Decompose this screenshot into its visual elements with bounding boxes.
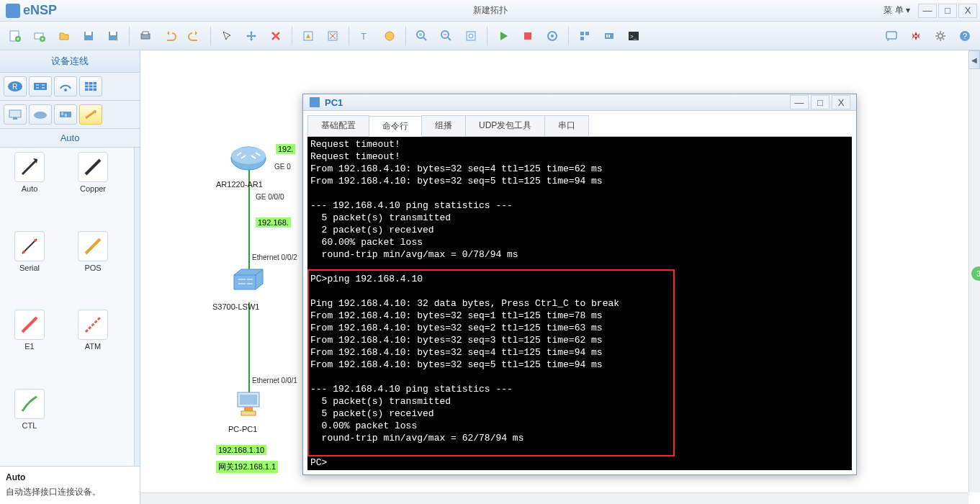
- pc-icon[interactable]: [234, 389, 263, 418]
- maximize-button[interactable]: □: [938, 4, 957, 18]
- svg-rect-37: [85, 82, 96, 91]
- close-button[interactable]: X: [958, 4, 977, 18]
- layout-button[interactable]: [574, 25, 595, 47]
- open-button[interactable]: [53, 25, 75, 47]
- capture-button[interactable]: [541, 25, 563, 47]
- new-device-button[interactable]: [29, 25, 50, 47]
- app-name: eNSP: [23, 3, 57, 18]
- conn-copper[interactable]: Copper: [68, 152, 118, 225]
- text-button[interactable]: T: [354, 25, 376, 47]
- cloud-category[interactable]: [29, 104, 52, 125]
- toolbar-sep: [405, 27, 406, 45]
- window-controls: 菜 单 ▾ — □ X: [877, 2, 977, 19]
- canvas-scroll-h[interactable]: [140, 492, 968, 504]
- desc-title: Auto: [6, 472, 134, 482]
- sidebar: 设备连线 R Auto Auto Copper Serial POS E1 AT…: [0, 50, 140, 504]
- svg-point-45: [231, 147, 266, 164]
- firewall-category[interactable]: [79, 76, 102, 96]
- new-topo-button[interactable]: [4, 25, 26, 47]
- dialog-minimize[interactable]: —: [790, 95, 809, 109]
- zoomin-button[interactable]: [411, 25, 433, 47]
- switch-icon[interactable]: [233, 266, 264, 292]
- collapse-panel-button[interactable]: ◀: [968, 50, 980, 69]
- svg-rect-26: [608, 35, 610, 37]
- window-title: 新建拓扑: [473, 4, 508, 17]
- router-icon[interactable]: [230, 144, 266, 173]
- zoomfit-button[interactable]: [460, 25, 482, 47]
- switch-port-bottom: Ethernet 0/0/1: [252, 377, 297, 384]
- menu-button[interactable]: 菜 单 ▾: [877, 2, 917, 19]
- dialog-tabs: 基础配置 命令行 组播 UDP发包工具 串口: [307, 115, 852, 137]
- switch-category[interactable]: [29, 76, 52, 96]
- dialog-icon: [309, 96, 320, 108]
- help-button[interactable]: ?: [954, 25, 976, 47]
- tab-serial[interactable]: 串口: [544, 115, 589, 136]
- save-button[interactable]: [78, 25, 99, 47]
- app-logo: eNSP: [0, 3, 63, 18]
- saveas-button[interactable]: [102, 25, 124, 47]
- dialog-close[interactable]: X: [832, 95, 850, 109]
- minimize-button[interactable]: —: [918, 4, 937, 18]
- dialog-title: PC1: [325, 97, 343, 108]
- pc-name: PC-PC1: [228, 425, 257, 433]
- device-category-row2: [0, 101, 140, 129]
- conn-pos[interactable]: POS: [68, 231, 118, 305]
- router-port-bottom: GE 0/0/0: [256, 193, 284, 201]
- zoomout-button[interactable]: [436, 25, 457, 47]
- conn-auto[interactable]: Auto: [4, 152, 55, 225]
- conn-atm[interactable]: ATM: [68, 310, 118, 383]
- connection-title: Auto: [0, 129, 140, 148]
- delete-button[interactable]: [265, 25, 287, 47]
- connection-list: Auto Copper Serial POS E1 ATM CTL: [0, 148, 134, 466]
- svg-point-42: [22, 251, 25, 253]
- dialog-titlebar[interactable]: PC1 — □ X: [303, 94, 856, 111]
- huawei-button[interactable]: [905, 25, 927, 47]
- svg-rect-38: [9, 110, 21, 117]
- conn-e1[interactable]: E1: [4, 310, 55, 383]
- pointer-button[interactable]: [216, 25, 238, 47]
- description-box: Auto 自动选择接口连接设备。: [0, 466, 140, 504]
- wlan-category[interactable]: [54, 76, 77, 96]
- redo-button[interactable]: [184, 25, 205, 47]
- start-button[interactable]: [493, 25, 514, 47]
- router-category[interactable]: R: [4, 76, 27, 96]
- link-switch-pc[interactable]: [248, 302, 250, 396]
- palette-button[interactable]: [379, 25, 400, 47]
- tab-multicast[interactable]: 组播: [421, 115, 466, 136]
- conn-serial[interactable]: Serial: [4, 231, 55, 305]
- svg-rect-48: [244, 407, 253, 411]
- message-button[interactable]: [881, 25, 902, 47]
- conn-ctl[interactable]: CTL: [4, 389, 55, 462]
- switch-ip-label: 192.168.: [256, 217, 291, 228]
- hub-category[interactable]: [54, 104, 77, 125]
- svg-point-36: [64, 89, 67, 91]
- svg-rect-21: [580, 32, 584, 35]
- sidebar-scrollbar[interactable]: [134, 148, 140, 466]
- gear-button[interactable]: [930, 25, 951, 47]
- svg-text:T: T: [361, 31, 367, 42]
- router-name: AR1220-AR1: [216, 180, 263, 189]
- logo-icon: [6, 4, 20, 18]
- tab-cli[interactable]: 命令行: [369, 116, 422, 137]
- print-button[interactable]: [135, 25, 156, 47]
- svg-point-13: [385, 32, 394, 40]
- pc-ip-label: 192.168.1.10: [216, 445, 266, 455]
- toolbar: T >_ ?: [0, 22, 980, 50]
- sidebar-title: 设备连线: [0, 50, 140, 73]
- pc-category[interactable]: [4, 104, 27, 125]
- cli-button[interactable]: >_: [623, 25, 644, 47]
- console-output[interactable]: Request timeout! Request timeout! From 1…: [307, 137, 852, 470]
- svg-rect-23: [580, 37, 584, 40]
- dialog-maximize[interactable]: □: [811, 95, 830, 109]
- stop-button[interactable]: [517, 25, 539, 47]
- tab-udp[interactable]: UDP发包工具: [465, 115, 545, 136]
- titlebar: eNSP 新建拓扑 菜 单 ▾ — □ X: [0, 0, 980, 22]
- tab-basic[interactable]: 基础配置: [307, 115, 369, 136]
- interface-button[interactable]: [598, 25, 620, 47]
- broom2-button[interactable]: [322, 25, 343, 47]
- svg-rect-7: [110, 32, 116, 35]
- undo-button[interactable]: [159, 25, 181, 47]
- pan-button[interactable]: [240, 25, 262, 47]
- connection-category[interactable]: [79, 104, 102, 125]
- broom-button[interactable]: [297, 25, 319, 47]
